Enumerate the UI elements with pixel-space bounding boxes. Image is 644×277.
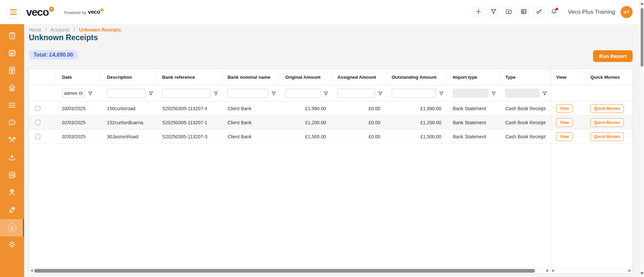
powered-by-plus-icon: + <box>100 8 103 11</box>
cell-date: 02/03/2025 <box>56 116 101 129</box>
breadcrumb-accounts[interactable]: Accounts <box>50 27 70 32</box>
date-filter-value: dd/mm <box>64 91 77 96</box>
bank-nominal-name-filter-input[interactable] <box>227 89 268 98</box>
header-cell-import-type[interactable]: Import type <box>447 69 499 85</box>
type-filter-funnel-icon[interactable] <box>542 91 547 96</box>
permissions-button[interactable] <box>532 5 545 19</box>
header-cell-bank-reference[interactable]: Bank reference <box>156 69 222 85</box>
avatar[interactable]: VT <box>621 6 633 18</box>
header-cell-original-amount[interactable]: Original Amount <box>279 69 331 85</box>
rocket-icon <box>8 205 16 215</box>
cell-type: Cash Book Receipt <box>499 101 550 115</box>
outstanding-amount-filter-input[interactable] <box>392 89 436 98</box>
cell-original-amount: £1,990.00 <box>279 101 331 115</box>
veco-logo-text: veco <box>26 6 49 18</box>
header-cell-type[interactable]: Type <box>499 69 550 85</box>
sidebar-item-contractors[interactable] <box>0 184 24 202</box>
run-report-button[interactable]: Run Report <box>593 50 633 62</box>
original-amount-filter-funnel-icon[interactable] <box>323 91 329 96</box>
sidebar-item-tenancies[interactable] <box>0 80 24 97</box>
outstanding-amount-filter-funnel-icon[interactable] <box>439 91 444 96</box>
sidebar-item-properties[interactable] <box>0 62 24 80</box>
view-button[interactable]: View <box>556 132 573 141</box>
powered-by-brand: veco <box>88 8 100 16</box>
building-icon <box>8 66 16 76</box>
header-cell-outstanding-amount[interactable]: Outstanding Amount <box>386 69 447 85</box>
quick-monies-button[interactable]: Quick Monies <box>590 104 624 113</box>
cell-original-amount: £1,500.00 <box>279 130 331 143</box>
quick-monies-button[interactable]: Quick Monies <box>590 118 624 127</box>
sidebar-item-imports[interactable] <box>0 149 24 167</box>
bank-reference-filter-input[interactable] <box>162 89 211 98</box>
scroll-down-arrow[interactable] <box>640 272 644 275</box>
tools-icon <box>8 136 16 146</box>
bank-nominal-name-filter-funnel-icon[interactable] <box>271 91 276 96</box>
cell-outstanding-amount: £1,990.00 <box>386 101 447 115</box>
page-title: Unknown Receipts <box>29 33 98 42</box>
header-cell-bank-nominal-name[interactable]: Bank nominal name <box>221 69 279 85</box>
sidebar-item-calendar[interactable] <box>0 45 24 62</box>
scroll-right-arrow[interactable] <box>546 269 549 272</box>
cell-assigned-amount: £0.00 <box>331 101 386 115</box>
quick-monies-button[interactable]: Quick Monies <box>590 132 624 141</box>
date-filter-input[interactable]: dd/mm <box>62 89 85 98</box>
id-card-icon <box>8 170 16 181</box>
checklist-icon <box>8 101 16 111</box>
sidebar-item-maintenance[interactable] <box>0 132 24 149</box>
sidebar-item-checklist[interactable] <box>0 97 24 115</box>
row-checkbox[interactable] <box>35 120 40 125</box>
sidebar-item-marketing[interactable] <box>0 202 24 219</box>
notification-dot <box>555 8 558 10</box>
vertical-scrollbar <box>639 0 644 277</box>
pinned-scroll-left-arrow[interactable] <box>551 269 554 272</box>
grid-view-button[interactable] <box>517 5 530 19</box>
scroll-left-arrow[interactable] <box>31 269 33 272</box>
cell-outstanding-amount: £1,200.00 <box>386 116 447 129</box>
assigned-amount-filter-input[interactable] <box>337 89 375 98</box>
user-name[interactable]: Veco Plus Training <box>568 9 615 15</box>
table-row: 02/03/2025 30JasminRoad S20250305-113207… <box>29 130 632 144</box>
filter-button[interactable] <box>487 5 500 19</box>
add-button[interactable] <box>472 5 485 19</box>
description-filter-input[interactable] <box>107 89 146 98</box>
date-filter-funnel-icon[interactable] <box>88 91 93 96</box>
cell-date: 03/03/2025 <box>56 101 101 115</box>
header-cell-date[interactable]: Date <box>56 69 101 85</box>
calendar-small-icon <box>78 91 83 95</box>
table-filter-row: dd/mm <box>29 85 632 101</box>
header-cell-description[interactable]: Description <box>101 69 156 85</box>
view-button[interactable]: View <box>556 104 573 113</box>
horizontal-scroll-thumb[interactable] <box>34 269 535 273</box>
original-amount-filter-input[interactable] <box>285 89 321 98</box>
import-type-filter-funnel-icon[interactable] <box>491 91 496 96</box>
header-cell-assigned-amount[interactable]: Assigned Amount <box>331 69 386 85</box>
sidebar-item-settings[interactable] <box>0 236 24 254</box>
pinned-scroll-right-arrow[interactable] <box>629 269 631 272</box>
assigned-amount-filter-funnel-icon[interactable] <box>378 91 383 96</box>
unknown-receipts-table: Date Description Bank reference Bank nom… <box>29 69 633 274</box>
cell-bank-nominal-name: Client Bank <box>221 116 279 129</box>
breadcrumb-separator: / <box>74 27 75 32</box>
hamburger-menu-button[interactable] <box>7 6 19 18</box>
sidebar-item-messages[interactable] <box>0 115 24 132</box>
import-button[interactable] <box>502 5 515 19</box>
header-cell-view: View <box>550 69 584 85</box>
bank-reference-filter-funnel-icon[interactable] <box>213 91 219 96</box>
breadcrumb-home[interactable]: Home <box>29 27 41 32</box>
clipboard-check-icon <box>8 31 16 41</box>
sidebar-item-tasks[interactable] <box>0 27 24 45</box>
cell-import-type: Bank Statement <box>447 116 499 129</box>
cell-outstanding-amount: £1,500.00 <box>386 130 447 143</box>
veco-logo-plus-icon: + <box>49 7 54 12</box>
row-checkbox[interactable] <box>35 106 40 111</box>
sidebar-item-contacts[interactable] <box>0 167 24 184</box>
sidebar-item-accounts[interactable]: £ <box>0 219 24 236</box>
cell-bank-reference: S20250305-113207-3 <box>156 130 222 143</box>
scroll-up-arrow[interactable] <box>640 2 644 5</box>
notifications-button[interactable] <box>547 5 560 19</box>
view-button[interactable]: View <box>556 118 573 127</box>
vertical-scroll-thumb[interactable] <box>641 8 643 67</box>
row-checkbox[interactable] <box>35 134 40 139</box>
cell-assigned-amount: £0.00 <box>331 130 386 143</box>
description-filter-funnel-icon[interactable] <box>148 91 154 96</box>
